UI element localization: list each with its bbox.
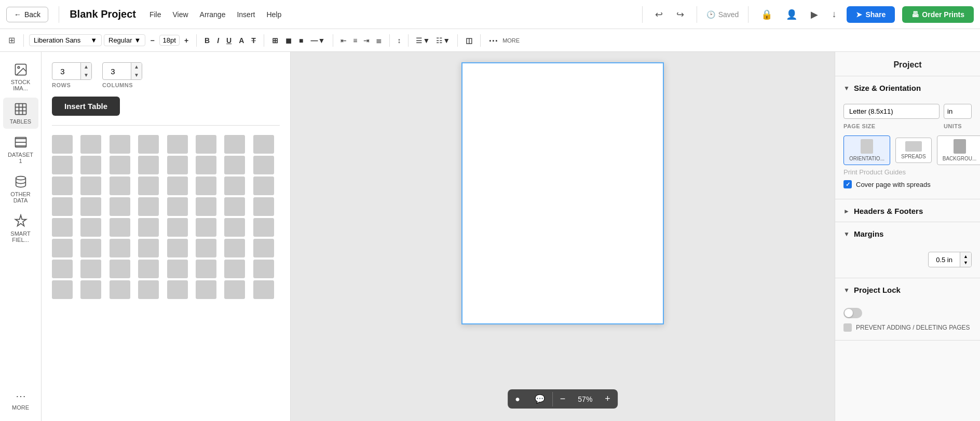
grid-cell-5-2[interactable] — [110, 239, 130, 257]
font-size-decrease[interactable]: − — [147, 35, 157, 46]
user-button[interactable]: 👤 — [783, 7, 800, 22]
menu-help[interactable]: Help — [265, 8, 282, 21]
grid-cell-3-2[interactable] — [110, 197, 130, 216]
orientation-spreads[interactable]: SPREADS — [895, 138, 932, 163]
grid-cell-5-4[interactable] — [167, 239, 188, 257]
grid-cell-1-7[interactable] — [253, 156, 274, 174]
grid-cell-4-5[interactable] — [196, 218, 216, 237]
underline-button[interactable]: U — [224, 35, 234, 46]
prevent-checkbox[interactable] — [843, 323, 852, 332]
grid-cell-3-5[interactable] — [196, 197, 216, 216]
grid-cell-7-5[interactable] — [196, 280, 216, 299]
rows-down-btn[interactable]: ▼ — [80, 71, 91, 79]
zoom-in-button[interactable]: + — [597, 389, 618, 409]
annotation-button[interactable]: ● — [508, 390, 527, 408]
italic-button[interactable]: I — [214, 35, 222, 46]
grid-cell-4-0[interactable] — [52, 218, 73, 237]
grid-cell-0-7[interactable] — [253, 135, 274, 154]
grid-cell-7-1[interactable] — [80, 280, 101, 299]
sidebar-item-dataset[interactable]: DATASET 1 — [3, 131, 38, 168]
grid-cell-2-6[interactable] — [224, 176, 245, 195]
grid-cell-2-0[interactable] — [52, 176, 73, 195]
grid-cell-6-3[interactable] — [138, 260, 159, 278]
grid-cell-4-2[interactable] — [110, 218, 130, 237]
grid-cell-6-0[interactable] — [52, 260, 73, 278]
headers-footers-header[interactable]: ► Headers & Footers — [835, 199, 980, 222]
grid-cell-3-3[interactable] — [138, 197, 159, 216]
comment-button[interactable]: 💬 — [527, 390, 552, 408]
page-layout-button[interactable]: ◫ — [463, 35, 475, 46]
grid-cell-2-4[interactable] — [167, 176, 188, 195]
margins-stepper[interactable]: ▲ ▼ — [960, 252, 971, 267]
grid-cell-6-7[interactable] — [253, 260, 274, 278]
grid-cell-4-1[interactable] — [80, 218, 101, 237]
grid-cell-2-7[interactable] — [253, 176, 274, 195]
menu-insert[interactable]: Insert — [236, 8, 256, 21]
grid-cell-7-0[interactable] — [52, 280, 73, 299]
sidebar-item-tables[interactable]: TABLES — [3, 98, 38, 129]
orientation-portrait[interactable]: ORIENTATIO... — [843, 135, 890, 165]
grid-cell-5-0[interactable] — [52, 239, 73, 257]
lock-button[interactable]: 🔒 — [758, 7, 775, 22]
grid-cell-0-2[interactable] — [110, 135, 130, 154]
grid-cell-7-4[interactable] — [167, 280, 188, 299]
grid-cell-2-1[interactable] — [80, 176, 101, 195]
grid-cell-0-0[interactable] — [52, 135, 73, 154]
grid-cell-1-4[interactable] — [167, 156, 188, 174]
share-button[interactable]: ➤ Share — [847, 6, 895, 23]
grid-cell-5-1[interactable] — [80, 239, 101, 257]
color-button[interactable]: A — [236, 35, 247, 46]
grid-cell-0-1[interactable] — [80, 135, 101, 154]
grid-cell-7-2[interactable] — [110, 280, 130, 299]
grid-cell-7-3[interactable] — [138, 280, 159, 299]
grid-cell-3-6[interactable] — [224, 197, 245, 216]
grid-cell-1-0[interactable] — [52, 156, 73, 174]
project-lock-header[interactable]: ▼ Project Lock — [835, 278, 980, 301]
page-size-select[interactable]: Letter (8.5x11) — [843, 104, 940, 119]
columns-spinner[interactable]: ▲ ▼ — [102, 62, 142, 80]
columns-up-btn[interactable]: ▲ — [131, 63, 142, 71]
columns-down-btn[interactable]: ▼ — [131, 71, 142, 79]
tools-icon[interactable]: ⊞ — [5, 33, 18, 47]
undo-button[interactable]: ↩ — [652, 7, 666, 22]
sidebar-item-stock-images[interactable]: STOCK IMA... — [3, 58, 38, 96]
border-button[interactable]: ■ — [296, 35, 306, 46]
grid-cell-5-5[interactable] — [196, 239, 216, 257]
menu-view[interactable]: View — [172, 8, 189, 21]
grid-cell-7-6[interactable] — [224, 280, 245, 299]
line-style-button[interactable]: —▼ — [308, 35, 328, 46]
fill-button[interactable]: ◼ — [283, 35, 294, 46]
grid-cell-4-4[interactable] — [167, 218, 188, 237]
align-justify-button[interactable]: ≣ — [374, 35, 384, 46]
align-center-button[interactable]: ≡ — [351, 35, 359, 46]
grid-cell-5-7[interactable] — [253, 239, 274, 257]
sidebar-item-more[interactable]: ⋯ MORE — [3, 386, 38, 415]
grid-cell-1-3[interactable] — [138, 156, 159, 174]
margins-up[interactable]: ▲ — [963, 253, 969, 260]
grid-cell-4-6[interactable] — [224, 218, 245, 237]
rows-up-btn[interactable]: ▲ — [80, 63, 91, 71]
grid-cell-4-3[interactable] — [138, 218, 159, 237]
rows-spinner[interactable]: ▲ ▼ — [52, 62, 92, 80]
grid-cell-0-3[interactable] — [138, 135, 159, 154]
grid-cell-3-7[interactable] — [253, 197, 274, 216]
grid-cell-6-2[interactable] — [110, 260, 130, 278]
grid-cell-6-1[interactable] — [80, 260, 101, 278]
grid-cell-1-1[interactable] — [80, 156, 101, 174]
margins-input[interactable] — [929, 254, 960, 266]
size-orientation-header[interactable]: ▼ Size & Orientation — [835, 76, 980, 99]
cover-spread-checkbox[interactable]: ✓ — [843, 180, 852, 188]
grid-cell-0-6[interactable] — [224, 135, 245, 154]
grid-cell-1-6[interactable] — [224, 156, 245, 174]
menu-arrange[interactable]: Arrange — [199, 8, 227, 21]
bold-button[interactable]: B — [202, 35, 212, 46]
order-prints-button[interactable]: 🖶 Order Prints — [902, 6, 974, 23]
grid-cell-6-6[interactable] — [224, 260, 245, 278]
grid-cell-5-6[interactable] — [224, 239, 245, 257]
margins-header[interactable]: ▼ Margins — [835, 222, 980, 245]
grid-cell-2-2[interactable] — [110, 176, 130, 195]
font-size-increase[interactable]: + — [182, 35, 191, 46]
sidebar-item-smart-fields[interactable]: SMART FIEL... — [3, 210, 38, 247]
bullets-button[interactable]: ☰▼ — [414, 35, 432, 46]
grid-cell-1-5[interactable] — [196, 156, 216, 174]
